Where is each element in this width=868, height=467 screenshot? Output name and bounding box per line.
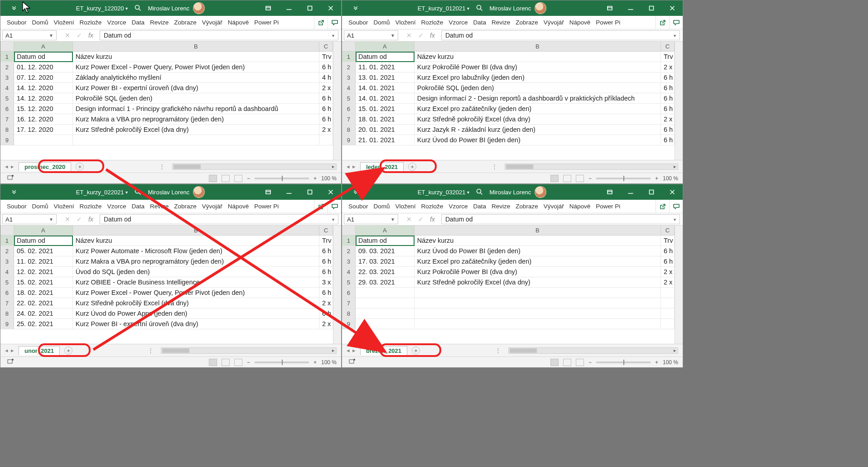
cell[interactable]: 3 x	[319, 277, 333, 288]
name-box[interactable]: A1 ▼	[344, 30, 398, 40]
scroll-right-icon[interactable]: ▸	[330, 348, 336, 353]
scroll-thumb[interactable]	[506, 164, 533, 169]
row-header[interactable]: 5	[0, 277, 14, 288]
ribbon-tab-vývojář[interactable]: Vývojář	[199, 19, 225, 26]
cell[interactable]: Název kurzu	[415, 52, 661, 62]
file-title[interactable]: ET_kurzy_032021 ▾	[418, 189, 470, 196]
cell[interactable]: Kurz Pokročilé Power BI (dva dny)	[415, 267, 661, 277]
ribbon-tab-data[interactable]: Data	[470, 19, 489, 26]
col-header-B[interactable]: B	[415, 42, 661, 51]
formula-input[interactable]: Datum od ▾	[441, 30, 680, 40]
cell[interactable]: Úvod do SQL (jeden den)	[73, 267, 319, 277]
row-header[interactable]: 1	[342, 52, 356, 62]
cell[interactable]	[661, 319, 675, 329]
ribbon-tab-rozlože[interactable]: Rozlože	[419, 19, 446, 26]
cell[interactable]: 14. 12. 2020	[14, 83, 73, 93]
quick-access-more-icon[interactable]	[11, 5, 17, 12]
sheet-split-icon[interactable]: ⋮	[492, 347, 504, 354]
cancel-formula-icon[interactable]: ✕	[65, 32, 70, 39]
cell[interactable]: 6 h	[661, 135, 675, 145]
cell[interactable]: Kurz Makra a VBA pro neprogramátory (jed…	[73, 256, 319, 267]
share-button[interactable]	[314, 200, 328, 213]
cell[interactable]: 6 h	[319, 308, 333, 319]
close-button[interactable]	[662, 0, 683, 16]
row-header[interactable]: 5	[0, 93, 14, 104]
ribbon-tab-domů[interactable]: Domů	[371, 19, 393, 26]
cell[interactable]: 4 h	[319, 72, 333, 83]
search-icon[interactable]	[134, 188, 141, 197]
ribbon-tab-vývojář[interactable]: Vývojář	[199, 203, 225, 210]
row-header[interactable]: 9	[342, 135, 356, 145]
ribbon-tab-vložení[interactable]: Vložení	[51, 203, 77, 210]
cell[interactable]: 21. 01. 2021	[356, 135, 415, 145]
comments-button[interactable]	[669, 200, 683, 213]
sheet-nav-prev-icon[interactable]: ◂	[5, 163, 8, 170]
zoom-in-button[interactable]: +	[655, 359, 658, 366]
cell[interactable]: Kurz Středně pokročilý Excel (dva dny)	[415, 277, 661, 288]
cell[interactable]: 2 x	[661, 62, 675, 72]
cell[interactable]: 07. 12. 2020	[14, 72, 73, 83]
cell[interactable]: Kurz Excel pro začátečníky (jeden den)	[415, 256, 661, 267]
cell[interactable]: Název kurzu	[415, 236, 661, 246]
record-macro-icon[interactable]	[348, 174, 356, 183]
enter-formula-icon[interactable]: ✓	[77, 216, 82, 223]
col-header-B[interactable]: B	[415, 226, 661, 235]
scroll-thumb[interactable]	[162, 348, 189, 353]
cell[interactable]: Název kurzu	[73, 52, 319, 62]
cell[interactable]: 17. 03. 2021	[356, 256, 415, 267]
col-header-C[interactable]: C	[661, 42, 675, 51]
cell[interactable]	[319, 135, 333, 145]
ribbon-tab-power pi[interactable]: Power Pi	[593, 203, 623, 210]
close-button[interactable]	[320, 184, 341, 200]
ribbon-tab-zobraze[interactable]: Zobraze	[171, 203, 199, 210]
zoom-slider[interactable]	[255, 361, 309, 363]
row-header[interactable]: 6	[342, 288, 356, 298]
new-sheet-button[interactable]: +	[64, 347, 72, 355]
ribbon-tab-rozlože[interactable]: Rozlože	[77, 203, 105, 210]
cell[interactable]: 16. 12. 2020	[14, 114, 73, 125]
cell[interactable]	[415, 319, 661, 329]
row-header[interactable]: 3	[0, 72, 14, 83]
zoom-slider[interactable]	[255, 178, 309, 179]
ribbon-tab-power pi[interactable]: Power Pi	[251, 203, 281, 210]
zoom-slider[interactable]	[596, 178, 651, 179]
cell[interactable]: 14. 12. 2020	[14, 93, 73, 104]
maximize-button[interactable]	[641, 184, 662, 200]
col-header-C[interactable]: C	[661, 226, 675, 235]
cell[interactable]: 15. 12. 2020	[14, 104, 73, 114]
cell[interactable]: Kurz Středně pokročilý Excel (dva dny)	[415, 114, 661, 125]
ribbon-display-button[interactable]	[258, 0, 279, 16]
row-header[interactable]: 8	[342, 125, 356, 135]
user-account[interactable]: Miroslav Lorenc	[148, 2, 205, 14]
cell[interactable]: 6 h	[319, 104, 333, 114]
ribbon-tab-power pi[interactable]: Power Pi	[593, 19, 623, 26]
file-title[interactable]: ET_kurzy_022021 ▾	[76, 189, 128, 196]
zoom-out-button[interactable]: −	[247, 359, 250, 366]
cell[interactable]: 11. 02. 2021	[14, 256, 73, 267]
cell[interactable]	[415, 298, 661, 308]
view-page-break-button[interactable]	[576, 359, 584, 366]
view-page-break-button[interactable]	[576, 175, 584, 182]
cell[interactable]: 25. 02. 2021	[14, 319, 73, 329]
new-sheet-button[interactable]: +	[412, 347, 420, 355]
col-header-C[interactable]: C	[319, 226, 333, 235]
ribbon-display-button[interactable]	[258, 184, 279, 200]
file-title[interactable]: ET_kurzy_122020 ▾	[76, 5, 128, 12]
row-header[interactable]: 7	[342, 114, 356, 125]
cell[interactable]: 24. 02. 2021	[14, 308, 73, 319]
sheet-tab[interactable]: unor_2021	[19, 346, 60, 355]
cell[interactable]: Pokročilé SQL (jeden den)	[73, 93, 319, 104]
sheet-nav-next-icon[interactable]: ▸	[352, 347, 356, 354]
select-all-corner[interactable]	[342, 226, 356, 235]
sheet-nav-next-icon[interactable]: ▸	[11, 347, 14, 354]
cell[interactable]: 6 h	[661, 256, 675, 267]
cell[interactable]	[415, 288, 661, 298]
cell[interactable]: 17. 12. 2020	[14, 125, 73, 135]
fx-icon[interactable]: fx	[430, 32, 435, 39]
select-all-corner[interactable]	[342, 42, 356, 51]
cell[interactable]	[73, 135, 319, 145]
sheet-nav-prev-icon[interactable]: ◂	[5, 347, 8, 354]
cancel-formula-icon[interactable]: ✕	[65, 216, 70, 223]
zoom-out-button[interactable]: −	[247, 175, 250, 182]
cell[interactable]: 6 h	[661, 93, 675, 104]
